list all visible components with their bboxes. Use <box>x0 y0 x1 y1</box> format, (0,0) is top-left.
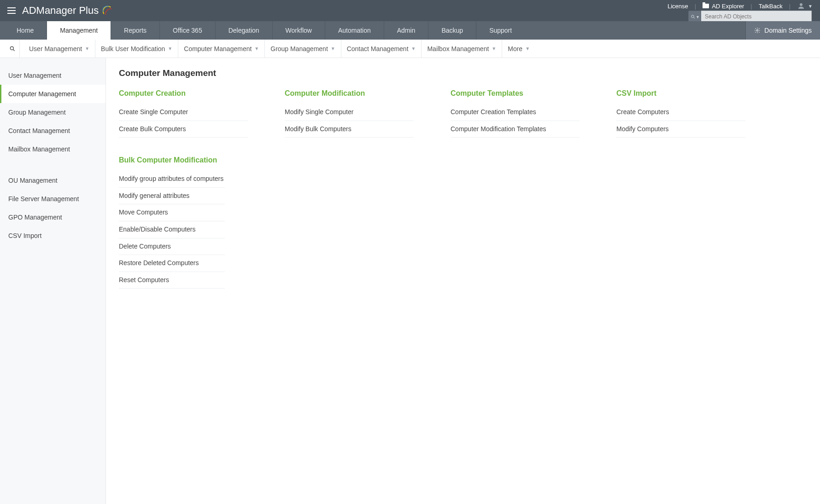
subnav-group-management[interactable]: Group Management▼ <box>265 40 341 58</box>
link-create-bulk-computers[interactable]: Create Bulk Computers <box>119 121 248 138</box>
search-icon <box>691 14 696 19</box>
link-modify-bulk-computers[interactable]: Modify Bulk Computers <box>285 121 414 138</box>
chevron-down-icon: ▼ <box>168 46 172 51</box>
chevron-down-icon: ▼ <box>85 46 89 51</box>
svg-point-3 <box>757 29 759 31</box>
brand-logo[interactable]: ADManager Plus <box>22 5 113 17</box>
subnav-user-management[interactable]: User Management▼ <box>23 40 95 58</box>
main-nav: HomeManagementReportsOffice 365Delegatio… <box>0 21 820 40</box>
topbar: ADManager Plus License | AD Explorer | T… <box>0 0 820 21</box>
link-computer-creation-templates[interactable]: Computer Creation Templates <box>451 104 580 121</box>
link-delete-computers[interactable]: Delete Computers <box>119 238 225 255</box>
menu-icon[interactable] <box>7 7 16 14</box>
license-link[interactable]: License <box>668 3 688 10</box>
svg-point-0 <box>800 3 802 6</box>
nav-tab-workflow[interactable]: Workflow <box>272 21 325 40</box>
section-heading: Computer Modification <box>285 89 414 98</box>
folder-icon <box>703 4 709 8</box>
section-computer-creation: Computer CreationCreate Single ComputerC… <box>119 89 248 138</box>
ad-explorer-link[interactable]: AD Explorer <box>703 3 744 10</box>
chevron-down-icon: ▼ <box>492 46 496 51</box>
gear-icon <box>754 27 761 34</box>
nav-tab-admin[interactable]: Admin <box>384 21 428 40</box>
topbar-left: ADManager Plus <box>7 5 113 17</box>
svg-point-1 <box>691 15 694 17</box>
chevron-down-icon: ▾ <box>697 14 699 19</box>
section-heading: Bulk Computer Modification <box>119 156 225 164</box>
sidebar-item-user-management[interactable]: User Management <box>0 66 105 85</box>
brand-suffix: Plus <box>79 5 99 17</box>
link-modify-computers[interactable]: Modify Computers <box>616 121 745 138</box>
link-reset-computers[interactable]: Reset Computers <box>119 272 225 289</box>
link-computer-modification-templates[interactable]: Computer Modification Templates <box>451 121 580 138</box>
nav-tab-delegation[interactable]: Delegation <box>215 21 272 40</box>
chevron-down-icon: ▼ <box>808 4 813 9</box>
topbar-right: License | AD Explorer | TalkBack | ▼ <box>668 2 813 10</box>
sidebar-item-file-server-management[interactable]: File Server Management <box>0 190 105 208</box>
brand-swirl-icon <box>101 5 113 17</box>
section-computer-modification: Computer ModificationModify Single Compu… <box>285 89 414 138</box>
svg-point-4 <box>10 46 13 50</box>
nav-tab-reports[interactable]: Reports <box>111 21 159 40</box>
sidebar-item-computer-management[interactable]: Computer Management <box>0 85 105 103</box>
page-title: Computer Management <box>119 68 807 78</box>
brand-main: ADManager <box>22 5 76 17</box>
section-csv-import: CSV ImportCreate ComputersModify Compute… <box>616 89 745 138</box>
body: User ManagementComputer ManagementGroup … <box>0 58 820 504</box>
section-heading: Computer Creation <box>119 89 248 98</box>
user-menu[interactable]: ▼ <box>797 2 813 10</box>
link-move-computers[interactable]: Move Computers <box>119 204 225 221</box>
sidebar-item-group-management[interactable]: Group Management <box>0 103 105 122</box>
content: Computer Management Computer CreationCre… <box>106 58 820 504</box>
nav-tab-management[interactable]: Management <box>47 21 111 40</box>
link-modify-single-computer[interactable]: Modify Single Computer <box>285 104 414 121</box>
nav-tab-home[interactable]: Home <box>4 21 47 40</box>
subnav-bulk-user-modification[interactable]: Bulk User Modification▼ <box>95 40 178 58</box>
subnav-more[interactable]: More▼ <box>502 40 535 58</box>
subnav-mailbox-management[interactable]: Mailbox Management▼ <box>422 40 502 58</box>
talkback-link[interactable]: TalkBack <box>759 3 783 10</box>
subnav-computer-management[interactable]: Computer Management▼ <box>178 40 265 58</box>
svg-line-5 <box>13 49 15 51</box>
chevron-down-icon: ▼ <box>525 46 530 51</box>
sub-nav: User Management▼Bulk User Modification▼C… <box>0 40 820 58</box>
link-create-computers[interactable]: Create Computers <box>616 104 745 121</box>
subnav-contact-management[interactable]: Contact Management▼ <box>341 40 422 58</box>
chevron-down-icon: ▼ <box>331 46 335 51</box>
nav-tab-office-365[interactable]: Office 365 <box>159 21 215 40</box>
chevron-down-icon: ▼ <box>411 46 416 51</box>
section-computer-templates: Computer TemplatesComputer Creation Temp… <box>451 89 580 138</box>
chevron-down-icon: ▼ <box>254 46 259 51</box>
sidebar-item-contact-management[interactable]: Contact Management <box>0 122 105 140</box>
sidebar-item-csv-import[interactable]: CSV Import <box>0 226 105 245</box>
sidebar: User ManagementComputer ManagementGroup … <box>0 58 106 504</box>
sidebar-item-ou-management[interactable]: OU Management <box>0 171 105 190</box>
sidebar-item-gpo-management[interactable]: GPO Management <box>0 208 105 226</box>
section-heading: CSV Import <box>616 89 745 98</box>
link-modify-general-attributes[interactable]: Modify general attributes <box>119 188 225 205</box>
subnav-search[interactable] <box>6 40 20 58</box>
section-heading: Computer Templates <box>451 89 580 98</box>
avatar-icon <box>797 2 805 10</box>
nav-tab-support[interactable]: Support <box>476 21 525 40</box>
section-bulk-computer-modification: Bulk Computer ModificationModify group a… <box>119 156 225 289</box>
svg-line-2 <box>694 17 695 18</box>
link-restore-deleted-computers[interactable]: Restore Deleted Computers <box>119 255 225 272</box>
nav-tab-automation[interactable]: Automation <box>325 21 384 40</box>
link-modify-group-attributes-of-computers[interactable]: Modify group attributes of computers <box>119 171 225 188</box>
link-enable-disable-computers[interactable]: Enable/Disable Computers <box>119 221 225 238</box>
sidebar-item-mailbox-management[interactable]: Mailbox Management <box>0 140 105 158</box>
link-create-single-computer[interactable]: Create Single Computer <box>119 104 248 121</box>
domain-settings-button[interactable]: Domain Settings <box>745 21 820 40</box>
nav-tab-backup[interactable]: Backup <box>428 21 476 40</box>
search-icon <box>9 46 16 52</box>
